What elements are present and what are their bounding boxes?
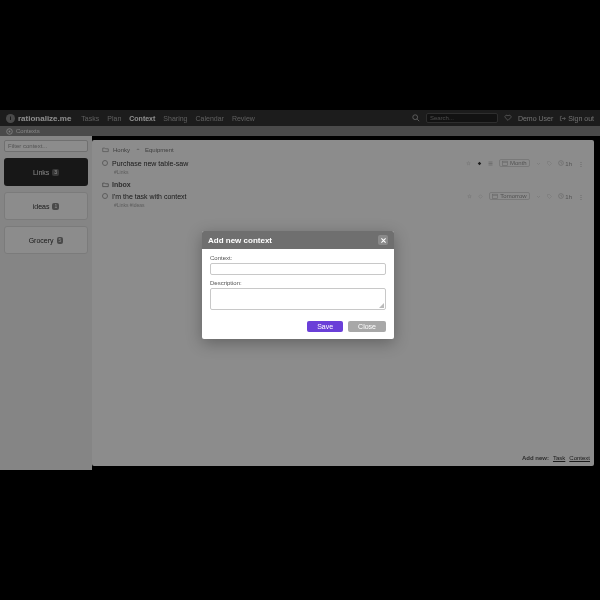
modal-footer: Save Close bbox=[202, 316, 394, 339]
resize-handle-icon[interactable] bbox=[379, 303, 384, 308]
close-button[interactable]: Close bbox=[348, 321, 386, 332]
modal-body: Context: Description: bbox=[202, 249, 394, 316]
close-icon[interactable] bbox=[378, 235, 388, 245]
context-input[interactable] bbox=[210, 263, 386, 275]
add-context-modal: Add new context Context: Description: Sa… bbox=[202, 231, 394, 339]
description-label: Description: bbox=[210, 280, 386, 286]
modal-header: Add new context bbox=[202, 231, 394, 249]
modal-title: Add new context bbox=[208, 236, 272, 245]
context-label: Context: bbox=[210, 255, 386, 261]
save-button[interactable]: Save bbox=[307, 321, 343, 332]
description-textarea[interactable] bbox=[210, 288, 386, 310]
